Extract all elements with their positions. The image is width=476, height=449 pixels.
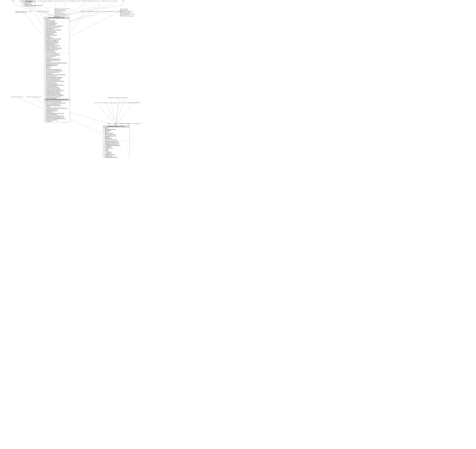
acp-m-23: + CreateOutputFiles() bbox=[45, 82, 68, 83]
acp-field-13: # mpcDBoundaryNodeFile bbox=[45, 34, 68, 36]
abstract-cell-population-header: AbstractCellPopulation< DIM > bbox=[44, 17, 69, 19]
acp-m-29: + OutputCellPopulationParameters() bbox=[45, 90, 68, 91]
acbcp-m-8: + GetResults() bbox=[45, 112, 69, 113]
acp-field-3: # mCellLocationMap bbox=[45, 22, 68, 23]
node-based-header: NodeBasedCellPopulation< DIM > bbox=[103, 126, 130, 127]
nbcp-m-5: + GetNumNodes() bbox=[104, 146, 129, 148]
acp-m-13: + GetCellMutationStateCount() bbox=[45, 69, 68, 70]
mpBoxCollection-label: mpBoxCollection bbox=[133, 123, 141, 124]
acp-m-33: + GetOutputCellMoliterativeTypes() bbox=[45, 95, 68, 96]
acbcp-m-1: + AbstractCentreBasedCellPopulation() bbox=[45, 102, 69, 104]
mLocationCellMap: mLocationCellMap bbox=[37, 11, 45, 12]
acp-m-25: + WriteTimeAndNodeResultsToFiles() bbox=[45, 85, 68, 86]
acp-field-10: # mpCyclePhasesFile bbox=[45, 31, 68, 32]
mDeleteNodes-label: mDeleteNodes bbox=[116, 97, 122, 98]
acbcp-m-6: + UpdateNodesLocations() bbox=[45, 109, 69, 110]
svg-line-24 bbox=[39, 11, 45, 21]
svg-line-27 bbox=[69, 11, 93, 22]
acbcp-fields: # mMakeNodesDivisionSeparation bbox=[44, 101, 70, 102]
svg-line-38 bbox=[116, 104, 132, 125]
acp-m-21: + GetCellPropertyRegistry() bbox=[45, 79, 68, 81]
svg-line-36 bbox=[107, 104, 116, 125]
svg-line-37 bbox=[116, 104, 118, 125]
mOutputCellMoliterativeTypes: mOutputCellMoliterativeTypes bbox=[120, 14, 135, 15]
file-label-5: mpCellVariablesFile bbox=[55, 12, 64, 13]
acp-m-11: + AddCell() bbox=[45, 66, 68, 68]
identifiable-item-3: + TidyTemplatedExpandedIdentifier() bbox=[23, 5, 35, 6]
type-bool: bool bbox=[122, 0, 124, 2]
mOutputCellVolumes: mOutputCellVolumes bbox=[120, 15, 129, 16]
nbcp-m-6: + GetDeadCells() bbox=[104, 148, 129, 149]
nbcp-fields: # mNodes # mDeletedNodeIndices # mAddedN… bbox=[103, 127, 130, 141]
acbcp-m-2: + GetLocationOfCellCentre() bbox=[45, 104, 69, 105]
svg-line-26 bbox=[69, 11, 85, 34]
acbcp-m-7: + GetDampingConstant() bbox=[45, 110, 69, 112]
acp-m-31: + GetDampingConstantMutant() bbox=[45, 92, 68, 94]
acp-field-14: # mOutput bbox=[45, 36, 68, 37]
acp-field-26: # mOutputCellVolumes bbox=[45, 51, 68, 53]
acbcp-m-14: # WriteResultsToFiles() bbox=[45, 119, 69, 121]
acp-field-24: # mOutputCellCyclePhases bbox=[45, 49, 68, 50]
acbcp-methods: + AbstractCentreBasedCellPopulation() + … bbox=[44, 102, 70, 122]
acp-m-18: + GetCellData(Files() bbox=[45, 75, 68, 77]
acp-field-5: # mpVoronoiNodeFile bbox=[45, 24, 68, 25]
mMechanicsCutOffLength-label: mMechanicsCutOffLength bbox=[12, 97, 23, 97]
acbcp-m-15: + serialize() bbox=[45, 121, 69, 122]
svg-line-31 bbox=[33, 97, 44, 104]
file-label-4: mpCellAgesFile bbox=[55, 11, 62, 12]
file-label-1: mpVosCellMoliterativeTypesFile bbox=[55, 8, 70, 9]
abstract-centre-based-header: AbstractCentreBasedCellPopulation< DIM > bbox=[44, 99, 70, 101]
file-label-2: mpVoBoundaryNodeFile bbox=[55, 9, 65, 10]
nbcp-f-2: # mDeletedNodeIndices bbox=[104, 129, 129, 130]
acp-field-15: # mpVsMetaFile bbox=[45, 37, 68, 39]
file-label-7: mpCellMoliterativeTypesFile bbox=[55, 14, 68, 15]
mDampingConstantMutant: mDampingConstantMutant bbox=[16, 11, 27, 12]
acbcp-m-9: + WriteTimeAndNodeResultsToFiles() bbox=[45, 113, 69, 114]
acp-field-22: # mOutputCellAncestors bbox=[45, 46, 68, 48]
acp-m-17: + SetCellAncestorsToLocationIndices() bbox=[45, 74, 68, 75]
acp-m-7: + AddNode() bbox=[45, 61, 68, 63]
acp-field-17: # mpCellPropertyRegistry bbox=[45, 40, 68, 41]
type-stdvector-unsigned: std::vector< unsigned > bbox=[106, 0, 118, 2]
nbcp-m-11: + GetNodeCollection() bbox=[104, 154, 129, 155]
mOutputCellData: mOutputCellData bbox=[120, 10, 128, 11]
file-label-6: mpCellCyclePhaseFile bbox=[55, 13, 65, 14]
acp-field-23: # mOutputCellMoliterativeTypes bbox=[45, 48, 68, 49]
file-label-3: mpCellMutationStateFile bbox=[55, 10, 66, 11]
acp-m-28: + OutputCellPopulationInfo() bbox=[45, 89, 68, 90]
acp-field-6: # mpVosCellMoliterativeTypesFile bbox=[45, 25, 68, 27]
acp-m-24: + WriteOutputsToFiles() bbox=[45, 83, 68, 85]
node-based-cell-population-box: NodeBasedCellPopulation< DIM > # mNodes … bbox=[103, 125, 130, 158]
nbcp-m-8: + Clear() bbox=[104, 150, 129, 152]
mCellLocationMap: mCellLocationMap bbox=[91, 11, 99, 12]
svg-line-23 bbox=[22, 11, 45, 37]
acp-m-20: + GetLocationIndex(usingCell() bbox=[45, 78, 68, 79]
identifiable-item-2: + GetIdentifier() bbox=[23, 4, 35, 5]
acp-m-10: + GetDampingConstant() bbox=[45, 65, 68, 66]
acp-field-19: # mDampingConstantMutant bbox=[45, 42, 68, 44]
mDoPath: mDoPath bbox=[29, 11, 32, 12]
nbcp-f-1: # mNodes bbox=[104, 128, 129, 129]
acbcp-m-13: # AbstractCentreBasedCellPopulation() bbox=[45, 118, 69, 119]
nbcp-methods: + NodeBasedCellPopulation() + ~NodeBased… bbox=[103, 141, 130, 158]
nbcp-m-4: b + ~NodeBasedCellPopulation() bbox=[104, 145, 129, 146]
acp-field-12: # mpCellAgesFile bbox=[45, 33, 68, 34]
acp-m-6: + GetLocationOfCellCentre() bbox=[45, 60, 68, 61]
acp-m-30: + GetDampingConstantNormal() bbox=[45, 91, 68, 92]
mCellPopContainsMesh: mCellPopulationContainsMesh bbox=[120, 16, 134, 17]
abstract-cell-population-fields: # mCells # mLocationCellMap # mCellLocat… bbox=[44, 19, 69, 53]
acp-m-2: + ~AbstractCellPopulation() bbox=[45, 55, 68, 56]
mDampingConstantNormal: mDampingConstantNormal bbox=[16, 12, 27, 13]
acp-field-16: # mCellPopulationContainsMesh bbox=[45, 39, 68, 40]
nbcp-f-5: - mBoxCollection bbox=[104, 133, 129, 134]
type-stdmap-cell-unsigned: std::map< Cell *, unsigned > bbox=[92, 0, 106, 2]
acbcp-m-10: + GenerateCellResults() bbox=[45, 114, 69, 116]
acbcp-m-12: + SetMechanicsDivisionSeparation() bbox=[45, 117, 69, 118]
acp-field-1: # mCells bbox=[45, 19, 68, 20]
nbcp-f-4: # mNodes -- bbox=[104, 131, 129, 133]
svg-line-20 bbox=[29, 3, 45, 29]
identifiable-header: Identifiable bbox=[22, 0, 35, 2]
type-stdlist-cell: std::list< Cell* > bbox=[50, 0, 59, 2]
abstract-centre-based-box: AbstractCentreBasedCellPopulation< DIM >… bbox=[44, 99, 70, 122]
type-boost-shared: Boost::shared_ptr< CellPropertyRegistry … bbox=[72, 0, 93, 2]
